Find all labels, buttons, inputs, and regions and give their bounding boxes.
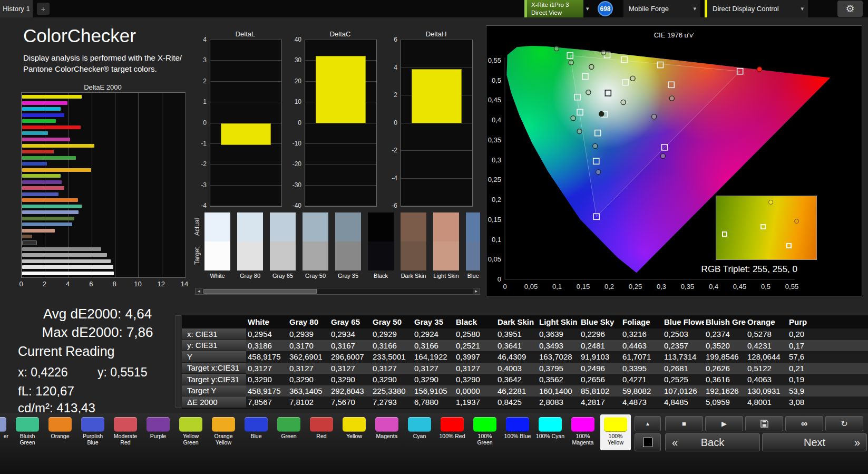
deltae-bar-orange	[22, 198, 78, 202]
add-tab-button[interactable]: +	[37, 3, 50, 15]
table-cell: 362,6901	[288, 352, 329, 361]
inset-circle-marker	[768, 200, 773, 205]
axis-tick-label: 20	[286, 78, 301, 85]
deltae-bar-foliage	[22, 217, 74, 220]
patch-green[interactable]: Green	[274, 414, 304, 450]
deltae-bar-row	[22, 118, 185, 124]
next-button[interactable]: Next »	[762, 433, 867, 451]
patch-100-yellow[interactable]: 100% Yellow	[600, 414, 631, 450]
patch-color-chip	[310, 417, 333, 432]
table-cell: 91,9103	[579, 352, 621, 361]
table-cell: 458,9175	[246, 386, 288, 395]
chevron-down-icon[interactable]: ▾	[586, 5, 589, 12]
deltae-x-tick-label: 2	[43, 280, 46, 288]
actual-axis-label: Actual	[193, 212, 201, 241]
link-button[interactable]: ∞	[785, 416, 823, 431]
patch-er[interactable]: er	[0, 414, 10, 450]
axis-tick-label: 2	[191, 78, 207, 85]
cie-measured-marker	[621, 100, 626, 104]
table-cell: 3,08	[787, 398, 829, 407]
deltae-x-tick-label: 10	[134, 280, 141, 288]
table-cell: 57,6	[787, 352, 829, 361]
table-cell: 192,1626	[704, 386, 746, 395]
target-axis-label: Target	[193, 241, 201, 270]
avg-de2000: Avg dE2000: 4,64	[11, 306, 184, 322]
table-cell: 0,3639	[538, 330, 579, 338]
deltae-bar-row	[22, 270, 185, 276]
deltae-bar-row	[22, 258, 185, 264]
cie-y-tick-label: 0,55	[488, 56, 501, 64]
scroll-right-arrow[interactable]: ►	[473, 288, 480, 294]
patch-magenta[interactable]: Magenta	[372, 414, 402, 450]
patch-red[interactable]: Red	[306, 414, 337, 450]
patch-color-chip	[179, 417, 202, 432]
swatch-actual	[466, 212, 480, 241]
patch-100-magenta[interactable]: 100% Magenta	[568, 414, 598, 450]
patch-100-green[interactable]: 100% Green	[470, 414, 500, 450]
swatch-gray-65: Gray 65	[270, 212, 296, 284]
deltae2000-chart	[21, 92, 186, 278]
gridline	[401, 178, 472, 179]
table-row-y-cie31: y: CIE310,31860,31700,31670,31660,31660,…	[182, 340, 868, 352]
deltae-bar-row	[22, 173, 185, 179]
inset-square-marker	[786, 243, 792, 248]
patch-100-cyan[interactable]: 100% Cyan	[535, 414, 565, 450]
patch-label: Green	[274, 433, 304, 440]
stop-button[interactable]: ■	[665, 416, 703, 431]
collapse-up-button[interactable]: ▲	[635, 416, 661, 431]
patch-moderate-red[interactable]: Moderate Red	[110, 414, 141, 450]
table-cell: 0,17	[787, 341, 829, 350]
save-button[interactable]	[745, 416, 783, 431]
back-button[interactable]: « Back	[665, 433, 760, 451]
tab-history-1[interactable]: History 1	[0, 0, 33, 17]
patch-yellow[interactable]: Yellow	[339, 414, 369, 450]
patch-yellow-green[interactable]: Yellow Green	[175, 414, 206, 450]
patch-bluish-green[interactable]: Bluish Green	[12, 414, 43, 450]
patch-100-blue[interactable]: 100% Blue	[502, 414, 533, 450]
table-cell: 128,0644	[746, 352, 787, 361]
patch-100-red[interactable]: 100% Red	[437, 414, 467, 450]
patch-purple[interactable]: Purple	[143, 414, 173, 450]
source-dropdown[interactable]: Mobile Forge ▾	[623, 0, 700, 17]
deltae-bar-black	[22, 240, 37, 245]
patch-label: 100% Cyan	[535, 433, 565, 440]
gridline	[210, 102, 281, 102]
display-control-dropdown[interactable]: Direct Display Control ▾	[705, 0, 808, 17]
next-label: Next	[804, 437, 825, 449]
axis-tick-label: -2	[382, 147, 397, 154]
refresh-button[interactable]: ↻	[825, 416, 863, 431]
axis-tick-label: -6	[382, 202, 397, 209]
patch-blue[interactable]: Blue	[241, 414, 271, 450]
scroll-left-arrow[interactable]: ◄	[196, 288, 202, 294]
pattern-window-button[interactable]	[635, 433, 661, 451]
patch-orange-yellow[interactable]: Orange Yellow	[208, 414, 239, 450]
table-cell: 0,3216	[621, 330, 662, 338]
inset-circle-marker	[794, 219, 799, 224]
patch-cyan[interactable]: Cyan	[404, 414, 435, 450]
settings-gear-button[interactable]: ⚙	[837, 1, 863, 17]
table-cell: 0,3290	[413, 375, 454, 384]
deltae-bar-row	[22, 100, 185, 107]
table-cell: 0,3520	[704, 341, 746, 350]
cie-measured-marker	[589, 64, 594, 69]
inset-square-marker	[722, 231, 727, 237]
column-header-black: Black	[454, 317, 496, 326]
meter-count-badge: 698	[598, 1, 613, 16]
meter-name: X-Rite i1Pro 3	[531, 1, 583, 9]
scroll-thumb[interactable]	[203, 289, 317, 294]
patch-purplish-blue[interactable]: Purplish Blue	[77, 414, 108, 450]
table-cell: 113,7314	[662, 352, 704, 361]
swatch-scrollbar[interactable]: ◄ ►	[195, 288, 480, 295]
patch-label: 100% Blue	[502, 433, 533, 440]
meter-dropdown[interactable]: X-Rite i1Pro 3 Direct View	[524, 0, 583, 17]
table-cell: 7,5670	[329, 398, 371, 407]
deltae-bar-row	[22, 246, 185, 252]
play-button[interactable]: ▶	[705, 416, 743, 431]
table-cell: 0,3127	[329, 364, 371, 373]
column-header-dark-skin: Dark Skin	[496, 317, 538, 326]
patch-orange[interactable]: Orange	[45, 414, 75, 450]
table-cell: 0,3127	[371, 364, 413, 373]
cie-x-tick-label: 0,05	[524, 283, 538, 291]
table-scrollbar[interactable]	[175, 315, 181, 408]
table-cell: 0,2939	[288, 330, 329, 338]
